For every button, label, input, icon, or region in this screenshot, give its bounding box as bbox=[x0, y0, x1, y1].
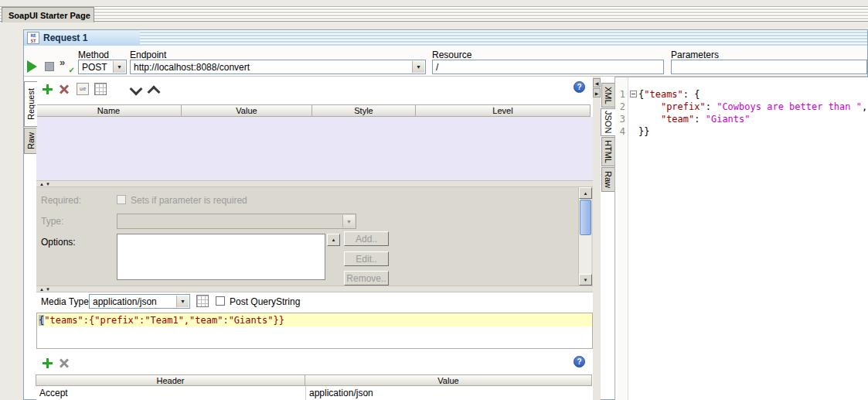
tab-json[interactable]: JSON bbox=[601, 108, 615, 136]
post-querystring-checkbox[interactable] bbox=[216, 296, 225, 306]
options-edit-button[interactable]: Edit.. bbox=[344, 251, 389, 266]
post-querystring-label: Post QueryString bbox=[230, 296, 300, 307]
type-label: Type: bbox=[41, 216, 63, 227]
column-header-value: Value bbox=[181, 104, 312, 117]
options-scroll-up-button[interactable]: ▲ bbox=[327, 234, 340, 246]
column-header-header-value: Value bbox=[305, 374, 592, 386]
line-number: 1 bbox=[615, 88, 628, 101]
collapse-left-icon[interactable]: ◀ bbox=[593, 78, 601, 87]
header-row-accept[interactable]: Accept application/json bbox=[36, 386, 593, 400]
request-body-text: "teams":{"prefix":"Team1","team":"Giants… bbox=[44, 315, 284, 326]
media-type-label: Media Type bbox=[41, 296, 89, 307]
titlebar-stripes bbox=[140, 30, 867, 46]
endpoint-select[interactable]: http://localhost:8088/convert ▼ bbox=[130, 60, 426, 74]
form-scrollbar[interactable]: ▲ ▼ bbox=[578, 187, 591, 285]
endpoint-dropdown-arrow-icon[interactable]: ▼ bbox=[412, 61, 424, 73]
splitter-down-icon[interactable]: ▼ bbox=[46, 182, 50, 186]
media-type-select[interactable]: application/json ▼ bbox=[89, 294, 190, 309]
type-select[interactable]: ▼ bbox=[117, 214, 356, 229]
scrollbar-up-icon[interactable]: ▲ bbox=[579, 187, 592, 199]
brace-highlight: { bbox=[39, 315, 44, 326]
required-checkbox[interactable] bbox=[117, 195, 126, 204]
editor-code[interactable]: {"teams": { "prefix": "Cowboys are bette… bbox=[638, 77, 868, 400]
type-dropdown-arrow-icon[interactable]: ▼ bbox=[342, 215, 355, 227]
response-json-editor[interactable]: 1234 {"teams": { "prefix": "Cowboys are … bbox=[614, 77, 868, 400]
params-splitter[interactable]: ▲ ▼ bbox=[36, 180, 593, 187]
starter-tab-label: SoapUI Starter Page bbox=[9, 11, 90, 20]
top-tab-bar: SoapUI Starter Page bbox=[0, 6, 868, 22]
resource-label: Resource bbox=[432, 50, 471, 60]
rest-request-icon: RE ST bbox=[27, 32, 39, 44]
request-toolbar: » ✓ Method POST ▼ Endpoint http://localh… bbox=[24, 46, 867, 77]
scrollbar-thumb[interactable] bbox=[580, 200, 591, 235]
fold-collapse-icon[interactable] bbox=[630, 91, 637, 97]
options-add-button[interactable]: Add.. bbox=[344, 231, 389, 246]
update-params-icon[interactable]: ue bbox=[77, 83, 89, 95]
required-label: Required: bbox=[41, 195, 81, 206]
column-header-name: Name bbox=[36, 104, 182, 117]
editor-gutter: 1234 bbox=[615, 77, 628, 400]
param-details-form: Required: Sets if parameter is required … bbox=[36, 187, 593, 285]
splitter-up-icon[interactable]: ▲ bbox=[39, 182, 44, 186]
options-listbox[interactable] bbox=[117, 234, 325, 280]
params-table-body[interactable] bbox=[36, 117, 593, 180]
recreate-content-icon[interactable] bbox=[196, 295, 209, 307]
move-param-up-icon[interactable] bbox=[147, 83, 159, 95]
collapse-right-icon[interactable]: ▶ bbox=[593, 88, 601, 97]
params-toolbar: ue ? bbox=[36, 77, 593, 101]
param-table-icon[interactable] bbox=[94, 83, 107, 95]
request-window: RE ST Request 1 » ✓ Method POST ▼ Endpoi… bbox=[23, 29, 868, 400]
tab-html[interactable]: HTML bbox=[601, 137, 615, 166]
splitter-up-icon[interactable]: ▲ bbox=[39, 287, 44, 292]
column-header-level: Level bbox=[415, 104, 591, 117]
submit-request-button[interactable] bbox=[27, 60, 37, 73]
parameters-label: Parameters bbox=[671, 50, 719, 60]
method-select[interactable]: POST ▼ bbox=[78, 60, 127, 74]
window-titlebar[interactable]: RE ST Request 1 bbox=[24, 30, 867, 46]
media-type-row: Media Type application/json ▼ Post Query… bbox=[36, 292, 593, 311]
request-body-line[interactable]: {"teams":{"prefix":"Team1","team":"Giant… bbox=[37, 313, 592, 326]
header-value-cell: application/json bbox=[306, 386, 593, 400]
request-editor-panel: ue ? Name Value Style Level ▲ ▼ Required… bbox=[36, 77, 593, 400]
header-name-cell: Accept bbox=[36, 386, 306, 400]
code-line[interactable]: {"teams": { bbox=[638, 88, 868, 101]
scrollbar-down-icon[interactable]: ▼ bbox=[579, 274, 592, 285]
pane-splitter[interactable]: ◀ ▶ bbox=[593, 77, 601, 400]
form-splitter[interactable]: ▲ ▼ bbox=[36, 285, 593, 292]
tab-raw-response[interactable]: Raw bbox=[601, 167, 615, 192]
line-number: 2 bbox=[615, 101, 628, 113]
add-param-icon[interactable] bbox=[41, 83, 53, 95]
move-param-down-icon[interactable] bbox=[129, 83, 141, 95]
required-checkbox-label: Sets if parameter is required bbox=[131, 195, 247, 206]
line-number: 4 bbox=[615, 125, 628, 138]
line-number: 3 bbox=[615, 113, 628, 125]
column-header-style: Style bbox=[311, 104, 416, 117]
delete-param-icon[interactable] bbox=[58, 83, 70, 95]
request-body-editor[interactable]: {"teams":{"prefix":"Team1","team":"Giant… bbox=[36, 313, 593, 349]
headers-help-icon[interactable]: ? bbox=[574, 356, 585, 368]
tab-soapui-starter-page[interactable]: SoapUI Starter Page bbox=[2, 7, 94, 22]
splitter-down-icon[interactable]: ▼ bbox=[46, 287, 50, 292]
method-label: Method bbox=[78, 50, 109, 60]
parameters-input[interactable] bbox=[671, 60, 867, 74]
options-label: Options: bbox=[41, 237, 76, 248]
tab-raw-request[interactable]: Raw bbox=[24, 128, 37, 154]
code-line[interactable]: "team": "Giants" bbox=[638, 113, 868, 125]
resource-input[interactable]: / bbox=[432, 60, 664, 74]
method-dropdown-arrow-icon[interactable]: ▼ bbox=[113, 61, 125, 73]
options-remove-button[interactable]: Remove.. bbox=[344, 271, 389, 285]
add-header-icon[interactable] bbox=[41, 357, 53, 369]
tab-request[interactable]: Request bbox=[24, 81, 37, 127]
code-line[interactable]: }} bbox=[638, 125, 868, 138]
delete-header-icon[interactable] bbox=[58, 357, 70, 369]
cancel-request-button[interactable] bbox=[45, 62, 54, 71]
column-header-header: Header bbox=[36, 374, 305, 386]
params-table-header: Name Value Style Level bbox=[36, 104, 591, 117]
code-line[interactable]: "prefix": "Cowboys are better than ", bbox=[638, 101, 868, 113]
headers-toolbar: ? bbox=[36, 351, 593, 374]
submit-options-icon[interactable]: » ✓ bbox=[60, 58, 75, 74]
media-type-dropdown-arrow-icon[interactable]: ▼ bbox=[176, 296, 189, 307]
tab-xml[interactable]: XML bbox=[601, 83, 615, 108]
endpoint-label: Endpoint bbox=[130, 50, 166, 60]
params-help-icon[interactable]: ? bbox=[574, 81, 585, 93]
